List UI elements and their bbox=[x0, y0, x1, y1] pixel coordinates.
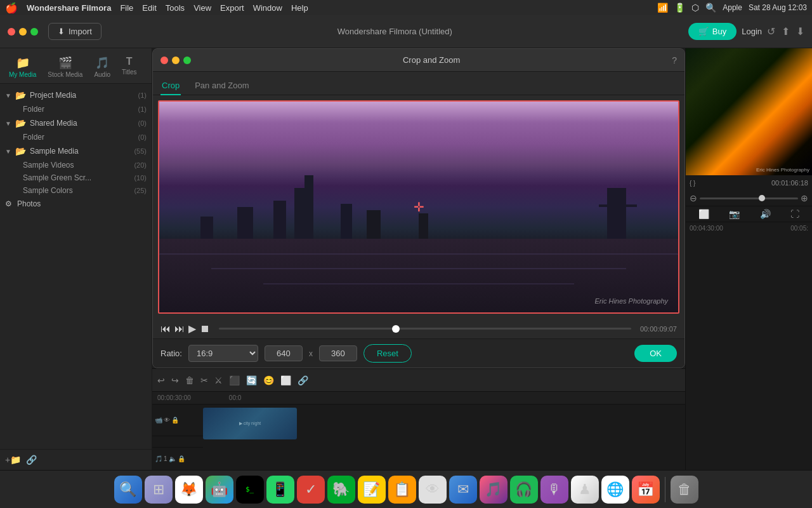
tools-menu[interactable]: Tools bbox=[166, 3, 185, 13]
playback-step-back-button[interactable]: ⏭ bbox=[174, 323, 185, 335]
dialog-close[interactable] bbox=[160, 57, 168, 64]
import-button[interactable]: ⬇ Import bbox=[48, 23, 102, 40]
rail-line-3 bbox=[263, 283, 575, 284]
close-button[interactable] bbox=[8, 28, 15, 36]
minimize-button[interactable] bbox=[19, 28, 27, 36]
add-folder-icon[interactable]: +📁 bbox=[5, 455, 21, 465]
dock-item-podcasts[interactable]: 🎙 bbox=[540, 476, 568, 504]
project-media-label: Project Media bbox=[30, 91, 134, 100]
share-icon[interactable]: ⬆ bbox=[782, 25, 790, 37]
tree-group-sample-media: ▼ 📂 Sample Media (55) Sample Videos (20)… bbox=[0, 144, 152, 197]
tree-group-project-media-header[interactable]: ▼ 📂 Project Media (1) bbox=[0, 88, 152, 103]
tab-pan-and-zoom[interactable]: Pan and Zoom bbox=[193, 77, 250, 95]
playback-prev-button[interactable]: ⏮ bbox=[160, 323, 171, 335]
shared-media-folder-child[interactable]: Folder (0) bbox=[0, 131, 152, 144]
dock-item-trash[interactable]: 🗑 bbox=[671, 476, 698, 504]
sample-colors-child[interactable]: Sample Colors (25) bbox=[0, 184, 152, 197]
dialog-tabs: Crop Pan and Zoom bbox=[153, 72, 684, 95]
right-panel: Eric Hines Photography { } 00:01:06:18 ⊖… bbox=[685, 48, 812, 470]
dock-item-firefox[interactable]: 🦊 bbox=[175, 476, 203, 504]
dock-item-evernote[interactable]: 🐘 bbox=[327, 476, 355, 504]
height-input[interactable] bbox=[319, 345, 357, 361]
refresh-icon[interactable]: ↺ bbox=[767, 25, 775, 37]
tab-stock-media[interactable]: 🎬 Stock Media bbox=[43, 53, 88, 81]
playback-progress-bar[interactable] bbox=[219, 328, 631, 330]
photos-item[interactable]: ⚙ Photos bbox=[0, 197, 152, 211]
dock-item-spotify[interactable]: 🎧 bbox=[510, 476, 538, 504]
download-icon[interactable]: ⬇ bbox=[796, 25, 804, 37]
dialog-maximize[interactable] bbox=[183, 57, 191, 64]
window-menu[interactable]: Window bbox=[253, 3, 282, 13]
zoom-in-icon[interactable]: ⊕ bbox=[801, 193, 808, 203]
tree-group-shared-media-header[interactable]: ▼ 📂 Shared Media (0) bbox=[0, 116, 152, 131]
width-input[interactable] bbox=[265, 345, 303, 361]
zoom-slider[interactable] bbox=[700, 197, 798, 199]
dock-item-chrome[interactable]: 🌐 bbox=[601, 476, 629, 504]
preview-cursor-icon: { } bbox=[690, 180, 695, 187]
tab-titles[interactable]: T Titles bbox=[117, 53, 142, 81]
dialog-help-icon[interactable]: ? bbox=[672, 55, 677, 65]
shared-media-folder-icon: 📂 bbox=[15, 118, 26, 128]
right-time-2: 00:05: bbox=[790, 225, 808, 232]
dock-item-finder[interactable]: 🔍 bbox=[114, 476, 142, 504]
app-name-menu[interactable]: Wondershare Filmora bbox=[27, 3, 111, 13]
preview-zoom-controls: ⊖ ⊕ bbox=[686, 190, 812, 206]
camera-icon[interactable]: 📷 bbox=[729, 209, 740, 219]
dock-item-android-studio[interactable]: 🤖 bbox=[206, 476, 233, 504]
dock-item-todoist[interactable]: ✓ bbox=[297, 476, 325, 504]
photos-label: Photos bbox=[17, 199, 147, 208]
dialog-minimize[interactable] bbox=[172, 57, 180, 64]
dock-item-terminal[interactable]: $_ bbox=[236, 476, 264, 504]
sample-media-arrow: ▼ bbox=[5, 148, 11, 155]
tab-audio[interactable]: 🎵 Audio bbox=[89, 53, 115, 81]
dock-item-stickies-yellow[interactable]: 📝 bbox=[358, 476, 386, 504]
file-menu[interactable]: File bbox=[120, 3, 133, 13]
project-media-folder-child[interactable]: Folder (1) bbox=[0, 103, 152, 116]
dock-item-music[interactable]: 🎵 bbox=[480, 476, 508, 504]
search-icon[interactable]: 🔍 bbox=[705, 3, 716, 13]
dock-item-chess[interactable]: ♟ bbox=[571, 476, 599, 504]
tab-crop[interactable]: Crop bbox=[160, 77, 181, 95]
my-media-icon: 📁 bbox=[16, 56, 30, 70]
export-menu[interactable]: Export bbox=[220, 3, 244, 13]
apple-menu[interactable]: 🍎 bbox=[5, 2, 18, 14]
stock-media-icon: 🎬 bbox=[58, 56, 72, 70]
dock-item-whatsapp[interactable]: 📱 bbox=[266, 476, 294, 504]
preview-time: 00:01:06:18 bbox=[771, 179, 808, 187]
tree-group-sample-media-header[interactable]: ▼ 📂 Sample Media (55) bbox=[0, 144, 152, 159]
right-panel-ruler: 00:04:30:00 00:05: bbox=[686, 222, 812, 234]
link-icon[interactable]: 🔗 bbox=[26, 455, 37, 465]
edit-menu[interactable]: Edit bbox=[142, 3, 156, 13]
volume-icon[interactable]: 🔊 bbox=[760, 209, 771, 219]
help-menu[interactable]: Help bbox=[291, 3, 308, 13]
dialog-overlay: Crop and Zoom ? Crop Pan and Zoom bbox=[152, 48, 685, 470]
dock-item-fantastical[interactable]: 📅 bbox=[632, 476, 660, 504]
maximize-button[interactable] bbox=[30, 28, 38, 36]
fit-icon[interactable]: ⬜ bbox=[698, 209, 709, 219]
ok-button[interactable]: OK bbox=[634, 345, 677, 362]
sample-green-screen-child[interactable]: Sample Green Scr... (10) bbox=[0, 171, 152, 184]
zoom-out-icon[interactable]: ⊖ bbox=[690, 193, 697, 203]
dock-item-quicklook[interactable]: 👁 bbox=[419, 476, 447, 504]
dock-item-stickies-orange[interactable]: 📋 bbox=[388, 476, 416, 504]
shared-media-label: Shared Media bbox=[30, 119, 134, 128]
playback-thumb[interactable] bbox=[392, 325, 400, 333]
dock-item-mail[interactable]: ✉ bbox=[449, 476, 477, 504]
main-layout: 📁 My Media 🎬 Stock Media 🎵 Audio T Title… bbox=[0, 48, 812, 470]
playback-play-button[interactable]: ▶ bbox=[188, 323, 196, 335]
project-media-folder-icon: 📂 bbox=[15, 90, 26, 100]
dimension-separator: x bbox=[309, 349, 313, 358]
dock-item-launchpad[interactable]: ⊞ bbox=[145, 476, 173, 504]
building-sears-base bbox=[294, 188, 313, 239]
tab-my-media[interactable]: 📁 My Media bbox=[4, 53, 41, 81]
view-menu[interactable]: View bbox=[193, 3, 211, 13]
buy-button[interactable]: 🛒 Buy bbox=[688, 23, 737, 40]
building-2 bbox=[341, 204, 352, 239]
ratio-select[interactable]: 16:9 4:3 1:1 9:16 Custom bbox=[188, 345, 258, 362]
login-button[interactable]: Login bbox=[742, 27, 762, 36]
fullscreen-icon[interactable]: ⛶ bbox=[790, 209, 799, 219]
building-4 bbox=[419, 213, 428, 239]
sample-videos-child[interactable]: Sample Videos (20) bbox=[0, 159, 152, 171]
reset-button[interactable]: Reset bbox=[363, 344, 412, 363]
playback-stop-button[interactable]: ⏹ bbox=[200, 323, 210, 335]
